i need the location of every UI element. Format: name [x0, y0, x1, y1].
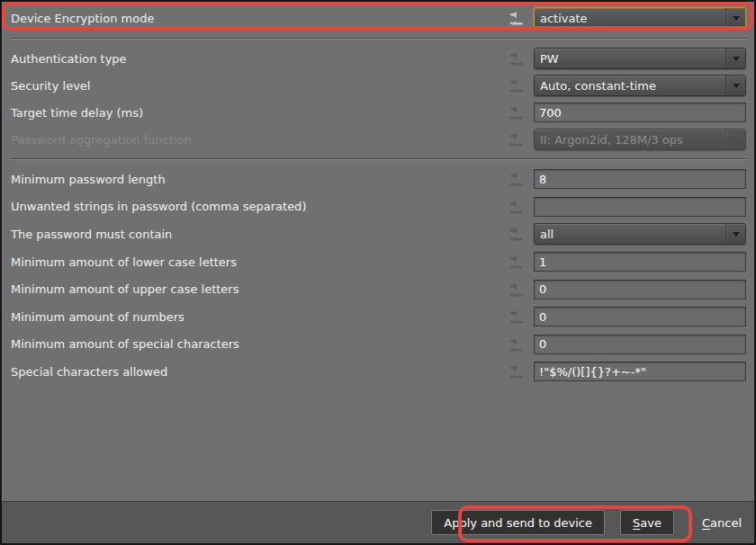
field-label: Password aggregation function	[11, 133, 509, 147]
field-label: Device Encryption mode	[11, 12, 509, 25]
separator	[11, 158, 746, 160]
dropdown-device-encryption-mode[interactable]: activate	[534, 7, 746, 29]
dropdown-security-level[interactable]: Auto, constant-time	[534, 75, 746, 96]
input-minimum-amount-of-numbers[interactable]	[534, 307, 746, 326]
form-content: Device Encryption modeactivate Authentic…	[2, 2, 754, 501]
group-authentication: Authentication typePWSecurity levelAuto,…	[11, 45, 746, 153]
form-row-target-time-delay-ms: Target time delay (ms)	[11, 99, 746, 126]
input-unwanted-strings-in-password-comma-separated[interactable]	[534, 197, 746, 217]
group-encryption: Device Encryption modeactivate	[11, 5, 746, 31]
input-minimum-amount-of-lower-case-letters[interactable]	[534, 252, 746, 272]
reset-icon[interactable]	[509, 172, 527, 186]
reset-icon[interactable]	[509, 105, 527, 120]
reset-icon[interactable]	[509, 200, 527, 214]
field-label: Minimum amount of upper case letters	[11, 282, 509, 296]
form-row-password-aggregation-function: Password aggregation functionII: Argon2i…	[11, 126, 746, 153]
field-label: Minimum amount of special characters	[11, 337, 509, 351]
input-minimum-amount-of-upper-case-letters[interactable]	[534, 280, 746, 299]
form-row-device-encryption-mode: Device Encryption modeactivate	[11, 5, 746, 31]
dropdown-the-password-must-contain[interactable]: all	[534, 223, 746, 245]
reset-icon[interactable]	[509, 255, 527, 269]
form-row-minimum-password-length: Minimum password length	[11, 165, 746, 193]
chevron-down-icon	[725, 76, 745, 95]
reset-icon	[509, 132, 527, 147]
form-row-security-level: Security levelAuto, constant-time	[11, 72, 746, 99]
reset-icon[interactable]	[509, 282, 527, 297]
reset-icon[interactable]	[509, 78, 527, 93]
form-row-minimum-amount-of-numbers: Minimum amount of numbers	[11, 303, 746, 331]
field-label: Unwanted strings in password (comma sepa…	[11, 200, 509, 213]
dropdown-selected-value: Auto, constant-time	[540, 79, 725, 93]
form-row-minimum-amount-of-upper-case-letters: Minimum amount of upper case letters	[11, 275, 746, 303]
reset-icon[interactable]	[509, 11, 527, 25]
chevron-down-icon	[725, 130, 745, 149]
apply-and-send-button[interactable]: Apply and send to device	[431, 510, 605, 535]
device-settings-dialog: Device Encryption modeactivate Authentic…	[0, 0, 756, 545]
dropdown-selected-value: II: Argon2id, 128M/3 ops	[540, 133, 725, 147]
input-special-characters-allowed[interactable]	[534, 362, 746, 381]
field-label: Special characters allowed	[11, 365, 509, 379]
chevron-down-icon	[725, 8, 745, 28]
cancel-button[interactable]: Cancel	[698, 510, 745, 535]
field-label: Minimum password length	[11, 173, 509, 186]
form-row-special-characters-allowed: Special characters allowed	[11, 358, 746, 386]
field-label: Minimum amount of numbers	[11, 310, 509, 324]
field-label: Target time delay (ms)	[11, 106, 509, 120]
form-row-minimum-amount-of-lower-case-letters: Minimum amount of lower case letters	[11, 248, 746, 276]
field-label: The password must contain	[11, 228, 509, 241]
footer-bar: Apply and send to device Save Cancel	[2, 501, 754, 543]
reset-icon[interactable]	[509, 364, 527, 379]
dropdown-selected-value: all	[540, 228, 725, 241]
form-row-minimum-amount-of-special-characters: Minimum amount of special characters	[11, 331, 746, 359]
dropdown-selected-value: PW	[540, 52, 725, 66]
dropdown-authentication-type[interactable]: PW	[534, 48, 746, 69]
form-row-unwanted-strings-in-password-comma-separated: Unwanted strings in password (comma sepa…	[11, 193, 746, 221]
cancel-mnemonic: C	[702, 516, 710, 530]
dropdown-password-aggregation-function: II: Argon2id, 128M/3 ops	[534, 129, 746, 150]
cancel-label-rest: ancel	[710, 516, 742, 530]
chevron-down-icon	[725, 49, 745, 68]
save-button[interactable]: Save	[620, 510, 674, 535]
form-row-authentication-type: Authentication typePW	[11, 45, 746, 72]
reset-icon[interactable]	[509, 337, 527, 352]
chevron-down-icon	[725, 224, 745, 244]
field-label: Security level	[11, 79, 509, 93]
dropdown-selected-value: activate	[540, 12, 725, 25]
reset-icon[interactable]	[509, 309, 527, 324]
input-minimum-amount-of-special-characters[interactable]	[534, 335, 746, 354]
input-target-time-delay-ms[interactable]	[534, 103, 746, 122]
reset-icon[interactable]	[509, 51, 527, 66]
save-label-rest: ave	[640, 516, 662, 530]
form-row-the-password-must-contain: The password must containall	[11, 220, 746, 248]
reset-icon[interactable]	[509, 227, 527, 241]
group-password-policy: Minimum password lengthUnwanted strings …	[11, 165, 746, 386]
field-label: Minimum amount of lower case letters	[11, 255, 509, 269]
input-minimum-password-length[interactable]	[534, 169, 746, 189]
separator	[11, 38, 746, 40]
field-label: Authentication type	[11, 52, 509, 66]
